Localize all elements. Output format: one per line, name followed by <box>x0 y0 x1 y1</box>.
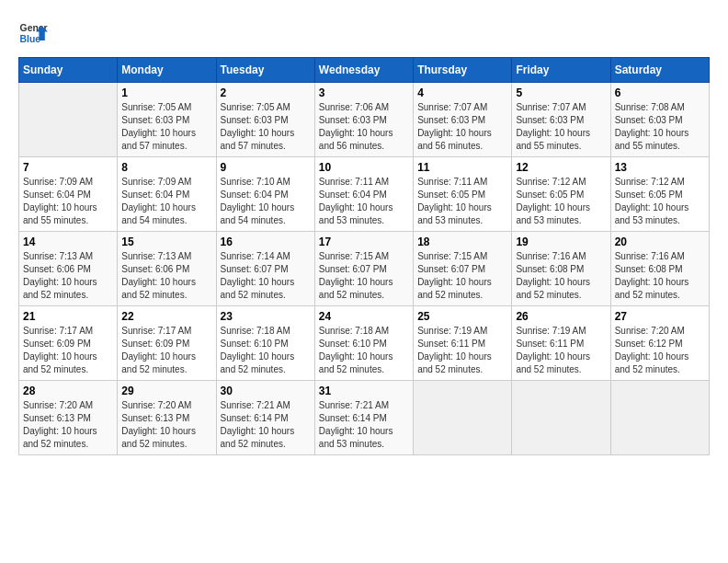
day-number: 31 <box>319 385 409 397</box>
calendar-cell: 21Sunrise: 7:17 AMSunset: 6:09 PMDayligh… <box>19 306 118 381</box>
calendar-cell: 19Sunrise: 7:16 AMSunset: 6:08 PMDayligh… <box>512 232 610 306</box>
day-info: Sunrise: 7:14 AMSunset: 6:07 PMDaylight:… <box>221 250 311 302</box>
day-info: Sunrise: 7:19 AMSunset: 6:11 PMDaylight:… <box>417 325 507 376</box>
week-row-1: 1Sunrise: 7:05 AMSunset: 6:03 PMDaylight… <box>19 83 710 157</box>
day-number: 30 <box>221 385 311 397</box>
day-number: 22 <box>121 310 211 323</box>
calendar-cell: 10Sunrise: 7:11 AMSunset: 6:04 PMDayligh… <box>314 157 413 232</box>
calendar-cell <box>512 381 610 455</box>
calendar-cell: 17Sunrise: 7:15 AMSunset: 6:07 PMDayligh… <box>314 232 413 306</box>
week-row-4: 21Sunrise: 7:17 AMSunset: 6:09 PMDayligh… <box>19 306 710 381</box>
logo-icon: General Blue <box>18 18 48 48</box>
calendar-cell: 5Sunrise: 7:07 AMSunset: 6:03 PMDaylight… <box>512 83 610 157</box>
day-number: 27 <box>615 310 705 323</box>
day-info: Sunrise: 7:13 AMSunset: 6:06 PMDaylight:… <box>23 250 113 302</box>
day-info: Sunrise: 7:09 AMSunset: 6:04 PMDaylight:… <box>23 176 113 227</box>
day-number: 15 <box>121 236 211 248</box>
calendar-cell: 7Sunrise: 7:09 AMSunset: 6:04 PMDaylight… <box>19 157 118 232</box>
day-number: 9 <box>221 161 311 174</box>
calendar-cell <box>414 381 512 455</box>
day-info: Sunrise: 7:20 AMSunset: 6:13 PMDaylight:… <box>23 399 113 451</box>
svg-text:Blue: Blue <box>20 34 41 44</box>
header-wednesday: Wednesday <box>314 58 413 83</box>
calendar-cell: 26Sunrise: 7:19 AMSunset: 6:11 PMDayligh… <box>512 306 610 381</box>
calendar-cell: 15Sunrise: 7:13 AMSunset: 6:06 PMDayligh… <box>118 232 216 306</box>
day-number: 28 <box>23 385 113 397</box>
day-info: Sunrise: 7:19 AMSunset: 6:11 PMDaylight:… <box>516 325 606 376</box>
day-number: 2 <box>221 86 311 99</box>
day-info: Sunrise: 7:13 AMSunset: 6:06 PMDaylight:… <box>121 250 211 302</box>
calendar-cell: 30Sunrise: 7:21 AMSunset: 6:14 PMDayligh… <box>216 381 314 455</box>
day-info: Sunrise: 7:20 AMSunset: 6:12 PMDaylight:… <box>615 325 705 376</box>
header-row: SundayMondayTuesdayWednesdayThursdayFrid… <box>19 58 710 83</box>
day-number: 7 <box>23 161 113 174</box>
page-header: General Blue <box>18 18 710 48</box>
day-number: 13 <box>615 161 705 174</box>
calendar-cell: 12Sunrise: 7:12 AMSunset: 6:05 PMDayligh… <box>512 157 610 232</box>
calendar-cell: 20Sunrise: 7:16 AMSunset: 6:08 PMDayligh… <box>610 232 709 306</box>
day-number: 17 <box>319 236 409 248</box>
calendar-cell: 4Sunrise: 7:07 AMSunset: 6:03 PMDaylight… <box>414 83 512 157</box>
calendar-cell: 25Sunrise: 7:19 AMSunset: 6:11 PMDayligh… <box>414 306 512 381</box>
day-info: Sunrise: 7:11 AMSunset: 6:05 PMDaylight:… <box>417 176 507 227</box>
day-number: 1 <box>121 86 211 99</box>
day-info: Sunrise: 7:18 AMSunset: 6:10 PMDaylight:… <box>221 325 311 376</box>
day-number: 14 <box>23 236 113 248</box>
day-number: 4 <box>417 86 507 99</box>
day-info: Sunrise: 7:12 AMSunset: 6:05 PMDaylight:… <box>516 176 606 227</box>
day-info: Sunrise: 7:10 AMSunset: 6:04 PMDaylight:… <box>221 176 311 227</box>
calendar-cell: 3Sunrise: 7:06 AMSunset: 6:03 PMDaylight… <box>314 83 413 157</box>
day-number: 24 <box>319 310 409 323</box>
day-number: 12 <box>516 161 606 174</box>
header-tuesday: Tuesday <box>216 58 314 83</box>
day-info: Sunrise: 7:09 AMSunset: 6:04 PMDaylight:… <box>121 176 211 227</box>
day-number: 5 <box>516 86 606 99</box>
calendar-cell: 1Sunrise: 7:05 AMSunset: 6:03 PMDaylight… <box>118 83 216 157</box>
day-number: 8 <box>121 161 211 174</box>
week-row-5: 28Sunrise: 7:20 AMSunset: 6:13 PMDayligh… <box>19 381 710 455</box>
day-number: 11 <box>417 161 507 174</box>
day-info: Sunrise: 7:21 AMSunset: 6:14 PMDaylight:… <box>221 399 311 451</box>
calendar-cell: 24Sunrise: 7:18 AMSunset: 6:10 PMDayligh… <box>314 306 413 381</box>
day-info: Sunrise: 7:08 AMSunset: 6:03 PMDaylight:… <box>615 101 705 153</box>
day-info: Sunrise: 7:11 AMSunset: 6:04 PMDaylight:… <box>319 176 409 227</box>
calendar-cell: 31Sunrise: 7:21 AMSunset: 6:14 PMDayligh… <box>314 381 413 455</box>
calendar-cell: 6Sunrise: 7:08 AMSunset: 6:03 PMDaylight… <box>610 83 709 157</box>
calendar-cell: 2Sunrise: 7:05 AMSunset: 6:03 PMDaylight… <box>216 83 314 157</box>
day-info: Sunrise: 7:17 AMSunset: 6:09 PMDaylight:… <box>23 325 113 376</box>
day-number: 6 <box>615 86 705 99</box>
day-info: Sunrise: 7:12 AMSunset: 6:05 PMDaylight:… <box>615 176 705 227</box>
calendar-cell: 14Sunrise: 7:13 AMSunset: 6:06 PMDayligh… <box>19 232 118 306</box>
day-number: 3 <box>319 86 409 99</box>
calendar-cell: 13Sunrise: 7:12 AMSunset: 6:05 PMDayligh… <box>610 157 709 232</box>
day-number: 19 <box>516 236 606 248</box>
header-friday: Friday <box>512 58 610 83</box>
day-number: 20 <box>615 236 705 248</box>
day-number: 21 <box>23 310 113 323</box>
header-sunday: Sunday <box>19 58 118 83</box>
day-info: Sunrise: 7:18 AMSunset: 6:10 PMDaylight:… <box>319 325 409 376</box>
calendar-cell: 23Sunrise: 7:18 AMSunset: 6:10 PMDayligh… <box>216 306 314 381</box>
day-info: Sunrise: 7:16 AMSunset: 6:08 PMDaylight:… <box>516 250 606 302</box>
calendar-cell <box>610 381 709 455</box>
calendar-cell <box>19 83 118 157</box>
day-number: 29 <box>121 385 211 397</box>
day-info: Sunrise: 7:05 AMSunset: 6:03 PMDaylight:… <box>121 101 211 153</box>
calendar-cell: 18Sunrise: 7:15 AMSunset: 6:07 PMDayligh… <box>414 232 512 306</box>
day-info: Sunrise: 7:15 AMSunset: 6:07 PMDaylight:… <box>417 250 507 302</box>
header-monday: Monday <box>118 58 216 83</box>
day-info: Sunrise: 7:15 AMSunset: 6:07 PMDaylight:… <box>319 250 409 302</box>
header-saturday: Saturday <box>610 58 709 83</box>
day-info: Sunrise: 7:07 AMSunset: 6:03 PMDaylight:… <box>417 101 507 153</box>
calendar-cell: 11Sunrise: 7:11 AMSunset: 6:05 PMDayligh… <box>414 157 512 232</box>
day-info: Sunrise: 7:20 AMSunset: 6:13 PMDaylight:… <box>121 399 211 451</box>
week-row-3: 14Sunrise: 7:13 AMSunset: 6:06 PMDayligh… <box>19 232 710 306</box>
day-number: 23 <box>221 310 311 323</box>
day-number: 16 <box>221 236 311 248</box>
day-info: Sunrise: 7:07 AMSunset: 6:03 PMDaylight:… <box>516 101 606 153</box>
day-number: 18 <box>417 236 507 248</box>
day-number: 25 <box>417 310 507 323</box>
logo: General Blue <box>18 18 48 48</box>
calendar-cell: 28Sunrise: 7:20 AMSunset: 6:13 PMDayligh… <box>19 381 118 455</box>
day-info: Sunrise: 7:06 AMSunset: 6:03 PMDaylight:… <box>319 101 409 153</box>
